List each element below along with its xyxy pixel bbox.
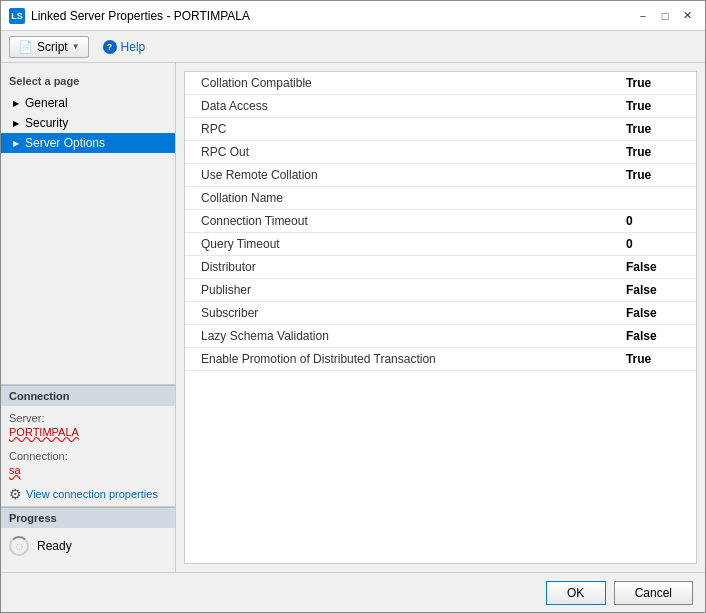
progress-status: Ready	[37, 539, 72, 553]
table-row[interactable]: Data AccessTrue	[185, 95, 696, 118]
property-value: True	[618, 141, 696, 164]
help-icon: ?	[103, 40, 117, 54]
property-value: False	[618, 325, 696, 348]
main-content: Select a page ▶ General ▶ Security ▶ Ser…	[1, 63, 705, 572]
ok-button[interactable]: OK	[546, 581, 606, 605]
property-name: Collation Name	[185, 187, 618, 210]
script-dropdown-arrow: ▼	[72, 42, 80, 51]
server-label: Server:	[9, 412, 167, 424]
footer: OK Cancel	[1, 572, 705, 612]
properties-content: Collation CompatibleTrueData AccessTrueR…	[184, 71, 697, 564]
connection-section-header: Connection	[1, 385, 175, 406]
connection-label: Connection:	[9, 450, 167, 462]
table-row[interactable]: Connection Timeout0	[185, 210, 696, 233]
connection-value: sa	[9, 464, 167, 476]
property-value	[618, 187, 696, 210]
connection-info: Connection: sa	[1, 444, 175, 482]
table-row[interactable]: PublisherFalse	[185, 279, 696, 302]
sidebar-bottom: Connection Server: PORTIMPALA Connection…	[1, 384, 175, 506]
server-info: Server: PORTIMPALA	[1, 406, 175, 444]
property-value: True	[618, 164, 696, 187]
table-row[interactable]: SubscriberFalse	[185, 302, 696, 325]
help-label: Help	[121, 40, 146, 54]
table-row[interactable]: Lazy Schema ValidationFalse	[185, 325, 696, 348]
property-name: RPC	[185, 118, 618, 141]
table-row[interactable]: Collation CompatibleTrue	[185, 72, 696, 95]
view-connection-label: View connection properties	[26, 488, 158, 500]
server-options-arrow-icon: ▶	[13, 139, 19, 148]
property-value: True	[618, 95, 696, 118]
property-name: Data Access	[185, 95, 618, 118]
property-value: False	[618, 279, 696, 302]
property-value: 0	[618, 233, 696, 256]
property-value: False	[618, 256, 696, 279]
script-button[interactable]: 📄 Script ▼	[9, 36, 89, 58]
window-title: Linked Server Properties - PORTIMPALA	[31, 9, 250, 23]
general-arrow-icon: ▶	[13, 99, 19, 108]
minimize-button[interactable]: −	[633, 6, 653, 26]
main-window: LS Linked Server Properties - PORTIMPALA…	[0, 0, 706, 613]
table-row[interactable]: RPCTrue	[185, 118, 696, 141]
progress-spinner: ◌	[9, 536, 29, 556]
table-row[interactable]: Collation Name	[185, 187, 696, 210]
property-name: Connection Timeout	[185, 210, 618, 233]
property-name: Distributor	[185, 256, 618, 279]
close-button[interactable]: ✕	[677, 6, 697, 26]
table-row[interactable]: Enable Promotion of Distributed Transact…	[185, 348, 696, 371]
property-value: 0	[618, 210, 696, 233]
connection-link-icon: ⚙	[9, 486, 22, 502]
progress-header: Progress	[1, 507, 175, 528]
sidebar: Select a page ▶ General ▶ Security ▶ Ser…	[1, 63, 176, 572]
sidebar-header: Select a page	[1, 71, 175, 93]
title-bar: LS Linked Server Properties - PORTIMPALA…	[1, 1, 705, 31]
property-value: True	[618, 72, 696, 95]
toolbar: 📄 Script ▼ ? Help	[1, 31, 705, 63]
property-name: Use Remote Collation	[185, 164, 618, 187]
property-value: False	[618, 302, 696, 325]
property-value: True	[618, 348, 696, 371]
table-row[interactable]: DistributorFalse	[185, 256, 696, 279]
properties-table: Collation CompatibleTrueData AccessTrueR…	[185, 72, 696, 371]
security-arrow-icon: ▶	[13, 119, 19, 128]
table-row[interactable]: Query Timeout0	[185, 233, 696, 256]
property-name: Publisher	[185, 279, 618, 302]
sidebar-item-security-label: Security	[25, 116, 68, 130]
title-bar-left: LS Linked Server Properties - PORTIMPALA	[9, 8, 250, 24]
property-value: True	[618, 118, 696, 141]
progress-content: ◌ Ready	[1, 528, 175, 564]
property-name: Enable Promotion of Distributed Transact…	[185, 348, 618, 371]
sidebar-item-security[interactable]: ▶ Security	[1, 113, 175, 133]
property-name: Lazy Schema Validation	[185, 325, 618, 348]
help-button[interactable]: ? Help	[95, 37, 154, 57]
property-name: Collation Compatible	[185, 72, 618, 95]
sidebar-item-general[interactable]: ▶ General	[1, 93, 175, 113]
title-bar-controls: − □ ✕	[633, 6, 697, 26]
property-name: RPC Out	[185, 141, 618, 164]
script-label: Script	[37, 40, 68, 54]
view-connection-link[interactable]: ⚙ View connection properties	[1, 482, 175, 506]
server-value: PORTIMPALA	[9, 426, 167, 438]
table-row[interactable]: Use Remote CollationTrue	[185, 164, 696, 187]
table-row[interactable]: RPC OutTrue	[185, 141, 696, 164]
sidebar-item-server-options-label: Server Options	[25, 136, 105, 150]
cancel-button[interactable]: Cancel	[614, 581, 693, 605]
property-name: Query Timeout	[185, 233, 618, 256]
script-icon: 📄	[18, 40, 33, 54]
sidebar-item-server-options[interactable]: ▶ Server Options	[1, 133, 175, 153]
property-name: Subscriber	[185, 302, 618, 325]
maximize-button[interactable]: □	[655, 6, 675, 26]
app-icon: LS	[9, 8, 25, 24]
sidebar-item-general-label: General	[25, 96, 68, 110]
progress-section: Progress ◌ Ready	[1, 506, 175, 564]
